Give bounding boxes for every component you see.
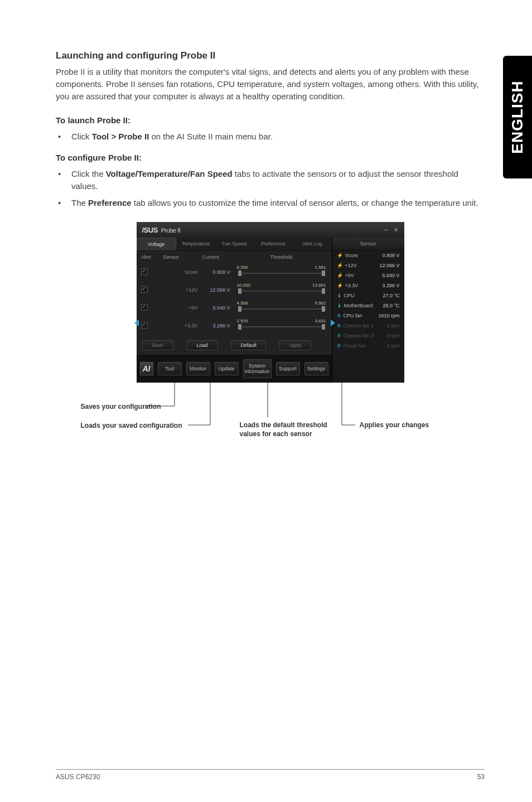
sensor-row: +5V 5.040 V 4.500 5.501 [137,299,332,317]
sensor-current-value: 5.040 V [202,305,236,311]
expand-right-icon[interactable] [331,320,335,326]
reading-label: CPU [344,293,355,298]
side-language-tab: ENGLISH [503,56,532,178]
sensor-name: Vcore [163,269,202,275]
sensor-reading-row: ✲ Chassis fan 20 rpm [332,331,404,341]
configure-bullet-2: • The Preference tab allows you to custo… [56,197,485,209]
col-threshold: Threshold [236,254,327,260]
reading-label: Chassis fan 1 [344,323,374,328]
sensor-current-value: 12.096 V [202,287,236,293]
reading-value: 12.096 V [379,263,399,268]
reading-value: 1610 rpm [378,313,399,318]
side-language-label: ENGLISH [509,80,526,153]
threshold-high: 3.631 [315,318,326,323]
minimize-icon[interactable]: − [384,225,388,234]
threshold-low: 0.250 [237,265,248,270]
fan-icon: ✲ [337,313,341,318]
sensor-current-value: 0.808 V [202,269,236,275]
reading-value: 0.808 V [382,253,399,258]
sensor-reading-row: ✲ CPU fan1610 rpm [332,311,404,321]
reading-value: 0 rpm [386,343,399,349]
window-title: Probe II [161,227,181,234]
load-button[interactable]: Load [187,340,218,350]
sensor-reading-row: ⚡ +5V5.040 V [332,270,404,281]
sensor-reading-row: ⚡ +3.3V3.296 V [332,281,404,291]
fan-icon: ✲ [337,333,341,339]
sensor-row: +12V 12.096 V 10.200 13.801 [137,281,332,299]
menu-settings[interactable]: Settings [304,362,328,375]
expand-left-icon[interactable] [134,320,139,326]
bolt-icon: ⚡ [337,263,343,268]
col-sensor: Sensor [163,254,202,260]
section-heading: Launching and configuring Probe II [56,50,485,61]
callout-applies: Applies your changes [360,421,429,430]
alert-checkbox[interactable] [141,286,148,293]
reading-label: +5V [345,273,354,278]
reading-label: Chassis fan 2 [344,333,374,339]
tab-temperature[interactable]: Temperature [176,238,215,250]
reading-label: Power fan [344,343,366,349]
reading-label: CPU fan [344,313,362,318]
threshold-high: 1.551 [315,265,326,270]
reading-label: MotherBoard [344,303,373,308]
launch-heading: To launch Probe II: [56,115,485,125]
callout-default: Loads the default threshold values for e… [240,421,329,438]
threshold-slider[interactable]: 0.250 1.551 [236,266,327,278]
callout-saves: Saves your configuration [81,403,161,412]
thermometer-icon: 🌡 [337,293,342,298]
sensor-reading-row: ⚡ +12V12.096 V [332,260,404,270]
sensor-current-value: 3.296 V [202,323,236,328]
callout-loads: Loads your saved configuration [81,422,182,431]
intro-paragraph: Probe II is a utility that monitors the … [56,66,485,102]
sensor-name: +12V [163,287,202,293]
tab-fan-speed[interactable]: Fan Speed [215,238,254,250]
window-titlebar: /SUSProbe II − × [137,222,404,238]
apply-button[interactable]: Apply [279,340,311,350]
menu-update[interactable]: Update [215,362,239,375]
col-alert: Alert [141,254,163,260]
menu-tool[interactable]: Tool [158,362,182,375]
threshold-high: 13.801 [312,283,326,288]
reading-value: 0 rpm [386,323,399,328]
tab-alert-log[interactable]: Alert Log [293,238,332,250]
sensor-name: +5V [163,305,202,311]
footer-page-number: 53 [477,773,485,781]
sensor-row: +3.3V 3.296 V 2.970 3.631 [137,317,332,335]
save-button[interactable]: Save [142,340,173,350]
default-button[interactable]: Default [231,340,267,350]
threshold-low: 10.200 [237,283,250,288]
reading-value: 27.0 °C [383,293,399,298]
sensor-reading-row: ⚡ Vcore0.808 V [332,250,404,260]
sensor-reading-row: 🌡 MotherBoard29.0 °C [332,301,404,311]
reading-value: 29.0 °C [383,303,399,308]
reading-label: Vcore [345,253,359,258]
alert-checkbox[interactable] [141,322,148,328]
close-icon[interactable]: × [394,225,398,234]
menu-support[interactable]: Support [276,362,300,375]
reading-value: 3.296 V [382,283,399,288]
page-footer: ASUS CP6230 53 [56,769,485,781]
menu-monitor[interactable]: Monitor [186,362,210,375]
threshold-slider[interactable]: 2.970 3.631 [236,320,327,332]
sensor-reading-row: ✲ Chassis fan 10 rpm [332,321,404,331]
sensor-reading-row: 🌡 CPU27.0 °C [332,291,404,301]
alert-checkbox[interactable] [141,304,148,311]
ai-suite-logo-icon[interactable]: AI [140,362,153,375]
fan-icon: ✲ [337,323,341,328]
menu-system-info[interactable]: System Information [243,359,272,378]
sensor-reading-row: ✲ Power fan0 rpm [332,341,404,351]
reading-value: 5.040 V [382,273,399,278]
fan-icon: ✲ [337,343,341,349]
thermometer-icon: 🌡 [337,303,342,308]
bolt-icon: ⚡ [337,253,343,258]
reading-value: 0 rpm [386,333,399,339]
threshold-slider[interactable]: 4.500 5.501 [236,302,327,314]
alert-checkbox[interactable] [141,268,148,275]
threshold-low: 2.970 [237,318,248,323]
configure-bullet-1: • Click the Voltage/Temperature/Fan Spee… [56,168,485,192]
threshold-slider[interactable]: 10.200 13.801 [236,284,327,296]
tab-preference[interactable]: Preference [254,238,293,250]
brand-logo: /SUS [142,226,158,234]
probe-ii-window: /SUSProbe II − × Voltage Temperature Fan… [137,222,404,383]
tab-voltage[interactable]: Voltage [137,238,177,250]
